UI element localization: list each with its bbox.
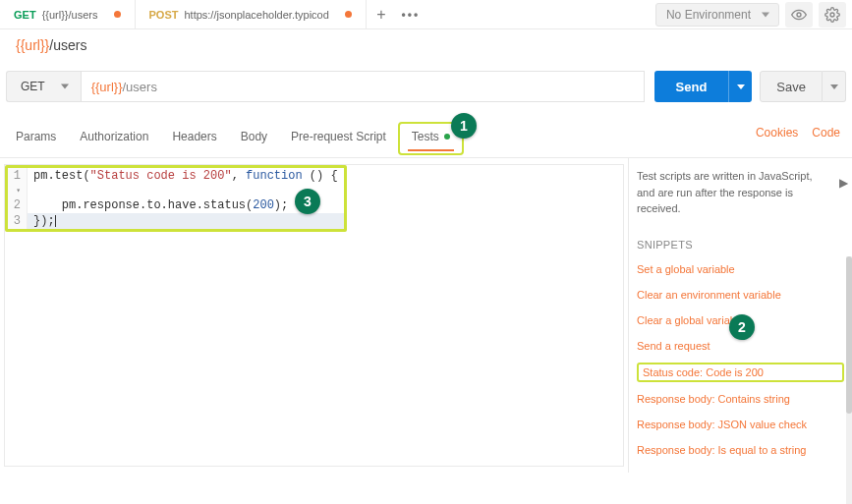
tab-method: POST: [149, 9, 179, 21]
tab-method: GET: [14, 9, 36, 21]
tab-get-users[interactable]: GET {{url}}/users: [0, 0, 136, 28]
url-input[interactable]: {{url}}/users: [81, 71, 645, 102]
code-line-2: 2 pm.response.to.have.status(200);: [8, 197, 344, 213]
gear-icon[interactable]: [819, 2, 846, 28]
svg-point-0: [797, 13, 801, 17]
svg-point-1: [830, 13, 834, 17]
tests-help-text: Test scripts are written in JavaScript, …: [637, 168, 844, 217]
tests-editor[interactable]: 1 pm.test("Status code is 200", function…: [4, 164, 624, 467]
snippets-list: Set a global variable Clear an environme…: [637, 256, 844, 463]
snippet-set-global[interactable]: Set a global variable: [637, 256, 844, 282]
snippet-clear-env[interactable]: Clear an environment variable: [637, 282, 844, 308]
environment-select[interactable]: No Environment: [655, 3, 779, 27]
snippet-json-value[interactable]: Response body: JSON value check: [637, 412, 844, 437]
eye-icon[interactable]: [785, 2, 813, 28]
code-link[interactable]: Code: [812, 126, 840, 140]
code-line-1: 1 pm.test("Status code is 200", function…: [8, 168, 344, 197]
help-expand-icon[interactable]: ▶: [839, 176, 848, 190]
save-dropdown[interactable]: [823, 71, 846, 102]
nav-body[interactable]: Body: [229, 122, 279, 155]
nav-headers[interactable]: Headers: [160, 122, 228, 155]
subnav-right-links: Cookies Code: [756, 126, 840, 140]
snippet-status-200-highlight: Status code: Code is 200: [637, 363, 844, 382]
save-button[interactable]: Save: [760, 71, 823, 102]
snippets-heading: SNIPPETS: [637, 239, 844, 251]
title-path: /users: [49, 37, 86, 53]
tab-title: {{url}}/users: [42, 9, 98, 21]
scrollbar-thumb[interactable]: [846, 256, 852, 414]
snippet-body-equal[interactable]: Response body: Is equal to a string: [637, 437, 844, 463]
title-variable: {{url}}: [16, 37, 49, 53]
new-tab-button[interactable]: +: [367, 6, 396, 24]
nav-tests[interactable]: Tests: [398, 122, 464, 155]
top-right-controls: No Environment: [655, 0, 846, 29]
request-row: GET {{url}}/users Send Save: [0, 61, 852, 112]
environment-label: No Environment: [666, 8, 751, 22]
main-columns: 1 pm.test("Status code is 200", function…: [0, 157, 852, 473]
snippets-pane: Test scripts are written in JavaScript, …: [628, 158, 852, 473]
tab-post-placeholder[interactable]: POST https://jsonplaceholder.typicod: [136, 0, 367, 28]
snippet-send-request[interactable]: Send a request: [637, 333, 844, 359]
request-subnav: Params Authorization Headers Body Pre-re…: [0, 112, 852, 155]
unsaved-dot-icon: [345, 11, 352, 18]
snippet-status-200[interactable]: Status code: Code is 200: [643, 366, 764, 378]
url-variable: {{url}}: [91, 80, 123, 94]
send-dropdown[interactable]: [728, 71, 752, 102]
method-select-value: GET: [21, 80, 45, 93]
code-block: 1 pm.test("Status code is 200", function…: [5, 165, 347, 232]
cookies-link[interactable]: Cookies: [756, 126, 798, 140]
nav-prerequest[interactable]: Pre-request Script: [279, 122, 398, 155]
snippet-body-contains[interactable]: Response body: Contains string: [637, 386, 844, 412]
send-button[interactable]: Send: [654, 71, 729, 102]
tab-overflow-button[interactable]: •••: [396, 8, 426, 22]
snippets-scrollbar[interactable]: [846, 256, 852, 504]
code-line-3: 3 });: [8, 213, 344, 229]
snippet-clear-global[interactable]: Clear a global variable: [637, 308, 844, 333]
nav-params[interactable]: Params: [4, 122, 68, 155]
text-caret-icon: [55, 215, 56, 227]
url-path: /users: [123, 80, 157, 94]
nav-authorization[interactable]: Authorization: [68, 122, 160, 155]
tab-title: https://jsonplaceholder.typicod: [184, 9, 328, 21]
method-select[interactable]: GET: [6, 71, 81, 102]
request-title: {{url}}/users: [0, 29, 852, 61]
tests-active-dot-icon: [444, 134, 450, 140]
unsaved-dot-icon: [114, 11, 121, 18]
